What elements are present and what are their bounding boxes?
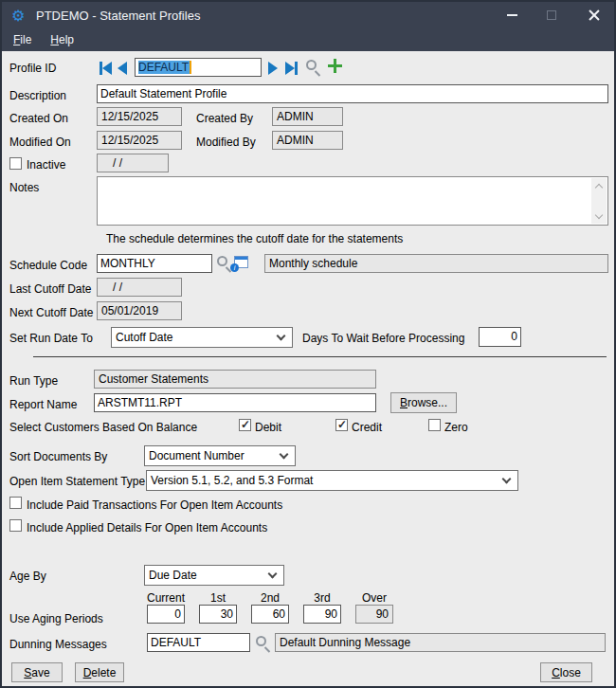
section-divider (33, 356, 607, 357)
profile-id-label: Profile ID (9, 62, 56, 75)
aging-header-current: Current (137, 591, 194, 605)
age-by-select[interactable]: Due Date (144, 565, 284, 586)
dunning-description-field: Default Dunning Message (275, 633, 606, 652)
sort-by-value: Document Number (145, 449, 281, 462)
report-name-label: Report Name (9, 398, 77, 411)
dunning-code-input[interactable]: DEFAULT (147, 633, 250, 652)
chevron-down-icon (502, 475, 512, 484)
dunning-messages-label: Dunning Messages (9, 638, 107, 651)
gear-icon: ⚙ (11, 8, 27, 24)
aging-header-1st: 1st (190, 591, 246, 605)
notes-label: Notes (9, 181, 39, 194)
profile-id-value: DEFAULT (138, 61, 191, 74)
notes-scrollbar[interactable] (591, 178, 607, 224)
debit-checkbox[interactable] (239, 419, 251, 431)
last-cutoff-label: Last Cutoff Date (9, 282, 92, 296)
statement-profiles-window: ⚙ PTDEMO - Statement Profiles File Help … (0, 0, 616, 688)
schedule-code-input[interactable]: MONTHLY (97, 254, 212, 273)
browse-button[interactable]: Browse... (390, 392, 457, 413)
inactive-label: Inactive (27, 158, 65, 172)
set-run-date-select[interactable]: Cutoff Date (111, 327, 293, 348)
created-on-label: Created On (9, 112, 68, 125)
sort-by-select[interactable]: Document Number (144, 445, 296, 466)
close-icon (589, 9, 600, 21)
schedule-description-field: Monthly schedule (264, 254, 608, 273)
aging-header-over: Over (346, 591, 403, 605)
aging-3rd-input[interactable]: 90 (303, 605, 341, 624)
balance-label: Select Customers Based On Balance (9, 421, 197, 434)
modified-on-field: 12/15/2025 (97, 131, 182, 150)
created-on-field: 12/15/2025 (97, 107, 182, 126)
maximize-button[interactable] (534, 2, 570, 28)
schedule-hint-text: The schedule determines the cutoff date … (106, 232, 403, 245)
next-record-button[interactable] (268, 61, 278, 75)
add-profile-icon[interactable] (328, 59, 342, 73)
profile-search-icon[interactable] (306, 60, 317, 70)
inactive-date-field: / / (97, 154, 169, 172)
next-cutoff-field: 05/01/2019 (97, 301, 182, 320)
days-to-wait-input[interactable]: 0 (479, 327, 521, 347)
open-item-type-select[interactable]: Version 5.1, 5.2, and 5.3 Format (146, 470, 518, 491)
title-bar[interactable]: ⚙ PTDEMO - Statement Profiles (2, 2, 614, 28)
schedule-code-label: Schedule Code (9, 259, 87, 272)
modified-on-label: Modified On (9, 136, 71, 149)
run-type-field: Customer Statements (94, 370, 376, 389)
last-record-icon (285, 62, 295, 75)
delete-button[interactable]: Delete (75, 662, 124, 682)
schedule-search-icon[interactable] (217, 256, 227, 266)
save-button[interactable]: Save (11, 662, 63, 682)
report-name-input[interactable]: ARSTMT11.RPT (94, 393, 376, 412)
set-run-date-label: Set Run Date To (9, 332, 93, 345)
aging-over-field: 90 (355, 605, 393, 624)
menu-bar: File Help (2, 28, 82, 51)
close-button[interactable] (574, 2, 614, 28)
modified-by-label: Modified By (196, 136, 256, 149)
created-by-label: Created By (196, 112, 253, 125)
previous-record-button[interactable] (118, 61, 127, 75)
window-title: PTDEMO - Statement Profiles (36, 9, 200, 23)
sort-by-label: Sort Documents By (9, 450, 107, 463)
next-cutoff-label: Next Cutoff Date (9, 306, 94, 319)
previous-record-icon (118, 62, 127, 75)
modified-by-field: ADMIN (272, 131, 343, 150)
include-applied-checkbox[interactable] (9, 519, 22, 532)
aging-current-input[interactable]: 0 (147, 605, 185, 624)
zero-checkbox[interactable] (428, 419, 441, 431)
aging-periods-label: Use Aging Periods (9, 612, 103, 625)
chevron-down-icon (280, 450, 289, 460)
created-by-field: ADMIN (272, 107, 343, 126)
days-to-wait-label: Days To Wait Before Processing (302, 332, 464, 345)
schedule-info-icon[interactable] (234, 256, 248, 268)
maximize-icon (547, 10, 556, 20)
aging-2nd-input[interactable]: 60 (251, 605, 289, 624)
description-input[interactable]: Default Statement Profile (97, 84, 608, 103)
scroll-up-icon[interactable] (591, 178, 607, 193)
aging-header-3rd: 3rd (294, 591, 351, 605)
close-button-bottom[interactable]: Close (540, 662, 592, 682)
age-by-value: Due Date (145, 569, 269, 582)
description-label: Description (9, 89, 66, 102)
profile-id-input[interactable]: DEFAULT (135, 58, 262, 77)
credit-checkbox[interactable] (335, 419, 348, 431)
zero-label: Zero (444, 421, 468, 434)
notes-input[interactable] (97, 176, 608, 226)
include-paid-checkbox[interactable] (9, 497, 22, 509)
scroll-down-icon[interactable] (591, 208, 607, 224)
include-applied-label: Include Applied Details For Open Item Ac… (27, 521, 267, 534)
open-item-type-label: Open Item Statement Type (9, 475, 145, 488)
last-cutoff-field: / / (97, 278, 182, 297)
aging-1st-input[interactable]: 30 (199, 605, 237, 624)
menu-help[interactable]: Help (43, 29, 82, 50)
inactive-checkbox[interactable] (9, 157, 22, 170)
minimize-button[interactable] (494, 2, 530, 28)
menu-file[interactable]: File (6, 29, 39, 50)
debit-label: Debit (255, 421, 281, 434)
last-record-button[interactable] (285, 61, 298, 75)
credit-label: Credit (352, 421, 382, 434)
open-item-type-value: Version 5.1, 5.2, and 5.3 Format (147, 474, 503, 487)
top-bar: ⚙ PTDEMO - Statement Profiles File Help (2, 2, 614, 51)
run-type-label: Run Type (9, 374, 58, 388)
first-record-button[interactable] (100, 61, 112, 75)
include-paid-label: Include Paid Transactions For Open Item … (27, 498, 282, 512)
dunning-search-icon[interactable] (256, 636, 266, 646)
